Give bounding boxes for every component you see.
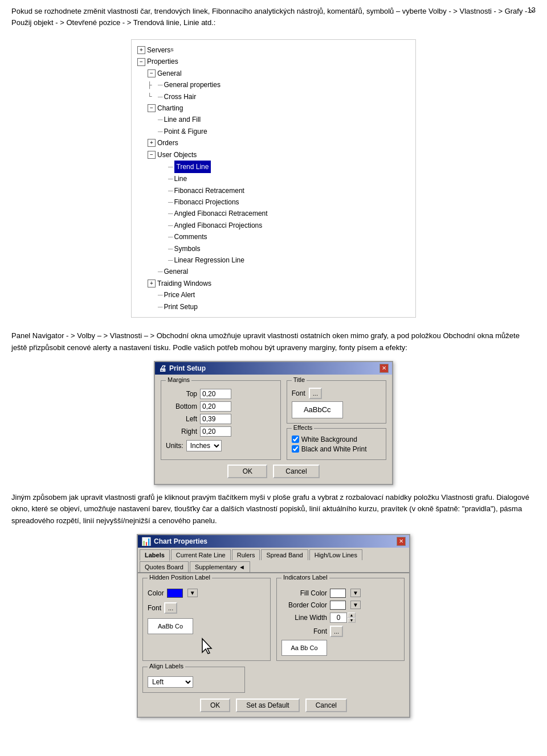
print-setup-ok-btn[interactable]: OK (227, 465, 267, 478)
tab-high-low-lines[interactable]: High/Low Lines (309, 549, 362, 560)
tab-current-rate-line[interactable]: Current Rate Line (171, 549, 231, 560)
tree-item-print-setup[interactable]: ─ Print Setup (137, 301, 410, 313)
cursor-icon (200, 638, 214, 656)
right-input[interactable] (200, 426, 231, 437)
bw-print-row: Black and White Print (292, 445, 381, 453)
tree-collapse-icon-general[interactable]: − (148, 69, 156, 77)
font-row: Font ... (292, 388, 381, 399)
border-color-label: Border Color (281, 601, 327, 609)
tree-label-properties: Properties (147, 56, 178, 67)
tree-item-point-figure[interactable]: ─ Point & Figure (137, 126, 410, 137)
tree-item-line[interactable]: ─ Line (137, 173, 410, 184)
page-number: 13 (528, 6, 536, 14)
tree-label-servers: Servers (147, 44, 170, 56)
tree-collapse-icon-charting[interactable]: − (148, 104, 156, 112)
top-input[interactable] (200, 389, 231, 399)
font-right-row: Font ... (281, 626, 399, 637)
tab-labels[interactable]: Labels (140, 549, 170, 561)
tree-item-angled-fib-proj[interactable]: ─ Angled Fibonacci Projections (137, 220, 410, 231)
left-input[interactable] (200, 414, 231, 424)
color-row: Color ▼ (148, 589, 266, 598)
svg-marker-0 (202, 639, 211, 654)
tree-label-charting: Charting (157, 102, 183, 114)
font-ellipsis-btn-left[interactable]: ... (164, 602, 177, 614)
tree-label-fib-proj: Fibonacci Projections (174, 196, 239, 208)
tree-label-point-figure: Point & Figure (164, 126, 207, 137)
chart-cancel-btn[interactable]: Cancel (305, 699, 347, 712)
print-setup-dialog: 🖨 Print Setup ✕ Margins Top Bottom (154, 361, 393, 485)
chart-ok-btn[interactable]: OK (200, 699, 230, 712)
tree-expand-icon[interactable]: + (137, 46, 145, 54)
print-setup-close-btn[interactable]: ✕ (379, 364, 389, 373)
fill-color-dropdown[interactable]: ▼ (350, 589, 361, 597)
units-select[interactable]: Inches (186, 440, 222, 451)
line-width-row: Line Width ▲ ▼ (281, 613, 399, 623)
tree-item-symbols[interactable]: ─ Symbols (137, 243, 410, 254)
tree-label-print-setup: Print Setup (164, 301, 198, 313)
tree-expand-icon-traiding[interactable]: + (148, 280, 156, 287)
effects-group: Effects White Background Black and White… (287, 428, 386, 460)
tree-item-servers[interactable]: + Servers S (137, 44, 410, 56)
border-color-swatch (330, 601, 346, 610)
tree-item-general1[interactable]: − General (137, 68, 410, 79)
font-btn[interactable]: ... (309, 388, 322, 399)
font-label-left: Font (148, 604, 161, 612)
font-preview-left: AaBb Co (148, 618, 193, 634)
tab-rulers[interactable]: Rulers (232, 549, 260, 560)
tree-label-crosshair: Cross Hair (164, 91, 197, 102)
tree-label-orders: Orders (157, 137, 178, 149)
print-setup-icon: 🖨 (158, 364, 166, 373)
tree-item-crosshair[interactable]: └ ─ Cross Hair (137, 91, 410, 102)
fill-color-row: Fill Color ▼ (281, 589, 399, 598)
tree-label-general-props: General properties (164, 79, 221, 91)
tree-label-general1: General (157, 68, 182, 79)
line-width-spinner[interactable]: ▲ ▼ (330, 613, 356, 623)
color-dropdown-btn[interactable]: ▼ (187, 589, 198, 597)
tree-item-angled-fib-ret[interactable]: ─ Angled Fibonacci Retracement (137, 208, 410, 219)
spinner-up-btn[interactable]: ▲ (348, 613, 356, 618)
font-ellipsis-btn-right[interactable]: ... (330, 626, 343, 637)
tree-item-charting[interactable]: − Charting (137, 102, 410, 114)
tree-item-properties[interactable]: − Properties (137, 56, 410, 67)
tree-collapse-icon-user-objects[interactable]: − (148, 151, 156, 159)
tab-supplementary[interactable]: Supplementary ◄ (190, 561, 250, 572)
print-setup-cancel-btn[interactable]: Cancel (273, 465, 319, 478)
tree-label-general2: General (164, 266, 189, 277)
chart-set-default-btn[interactable]: Set as Default (236, 699, 299, 712)
tree-expand-icon-orders[interactable]: + (148, 139, 156, 147)
section1-text: Panel Navigator - > Volby – > Vlastnosti… (11, 330, 536, 354)
tree-item-price-alert[interactable]: ─ Price Alert (137, 289, 410, 301)
tree-item-linear-regression[interactable]: ─ Linear Regression Line (137, 254, 410, 266)
intro-text: Pokud se rozhodnete změnit vlastnosti ča… (11, 6, 536, 28)
bw-print-label: Black and White Print (301, 445, 367, 453)
tree-item-general-props[interactable]: ├ ─ General properties (137, 79, 410, 91)
white-bg-row: White Background (292, 435, 381, 443)
chart-properties-body: Hidden Position Label Color ▼ Font ... A… (138, 573, 409, 717)
tab-spread-band[interactable]: Spread Band (261, 549, 308, 560)
align-select[interactable]: Left Center Right (148, 676, 193, 688)
tree-collapse-icon-properties[interactable]: − (137, 58, 145, 66)
tree-item-user-objects[interactable]: − User Objects (137, 149, 410, 161)
tree-label-angled-fib-proj: Angled Fibonacci Projections (174, 220, 263, 231)
tab-quotes-board[interactable]: Quotes Board (140, 561, 189, 572)
line-width-input[interactable] (330, 613, 347, 623)
bw-print-checkbox[interactable] (292, 445, 299, 453)
tree-item-fib-ret[interactable]: ─ Fibonacci Retracement (137, 185, 410, 196)
tree-label-traiding-windows: Traiding Windows (157, 278, 211, 289)
indicators-legend: Indicators Label (281, 574, 329, 581)
tree-item-general2[interactable]: ─ General (137, 266, 410, 277)
tree-label-comments: Comments (174, 231, 207, 243)
spinner-down-btn[interactable]: ▼ (348, 618, 356, 623)
spinner-btns: ▲ ▼ (348, 613, 356, 623)
chart-properties-close-btn[interactable]: ✕ (397, 537, 406, 546)
tree-item-comments[interactable]: ─ Comments (137, 231, 410, 243)
white-bg-checkbox[interactable] (292, 435, 299, 443)
tree-item-orders[interactable]: + Orders (137, 137, 410, 149)
border-color-dropdown[interactable]: ▼ (350, 601, 361, 609)
tree-item-trend-line[interactable]: ─ Trend Line (137, 161, 410, 173)
tree-item-line-fill[interactable]: ─ Line and Fill (137, 114, 410, 125)
bottom-input[interactable] (200, 401, 231, 412)
tree-item-fib-proj[interactable]: ─ Fibonacci Projections (137, 196, 410, 208)
tree-item-traiding-windows[interactable]: + Traiding Windows (137, 278, 410, 289)
tree-label-line-fill: Line and Fill (164, 114, 201, 125)
